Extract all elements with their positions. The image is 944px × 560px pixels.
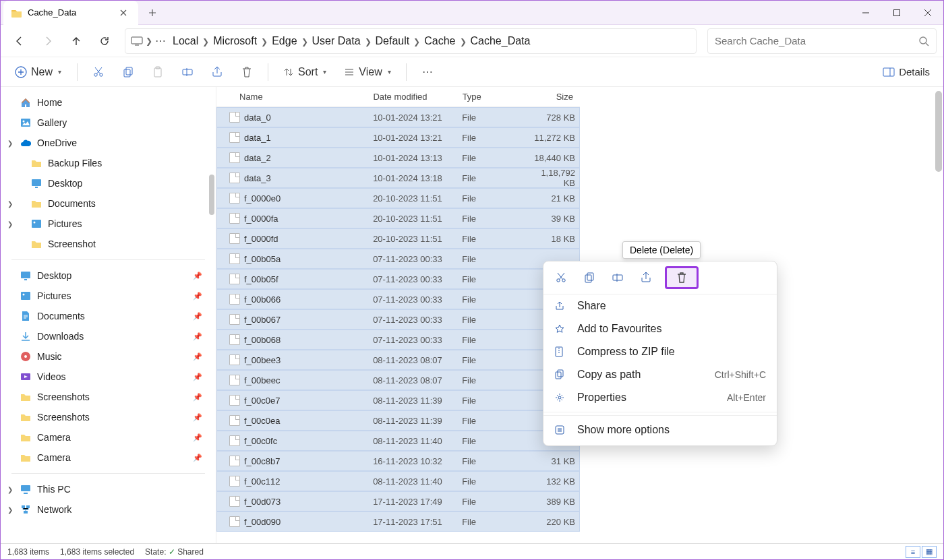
cm-show-more-options[interactable]: Show more options [543,418,777,441]
delete-button[interactable] [235,61,258,84]
breadcrumb-default[interactable]: Default [372,35,414,46]
column-size[interactable]: Size [529,92,580,102]
column-date[interactable]: Date modified [373,92,462,102]
column-headers[interactable]: Name Date modified Type Size [216,87,580,107]
sidebar-scrollbar[interactable] [209,175,214,215]
cm-share[interactable]: Share [543,294,777,317]
cm-compress-to-zip-file[interactable]: Compress to ZIP file [543,340,777,363]
cm-properties[interactable]: PropertiesAlt+Enter [543,386,777,409]
cm-copy-as-path[interactable]: Copy as pathCtrl+Shift+C [543,363,777,386]
sidebar-item-desktop[interactable]: Desktop📌 [1,266,216,286]
file-row[interactable]: f_00b05a07-11-2023 00:33File [216,249,580,269]
file-row[interactable]: f_00d09017-11-2023 17:51File220 KB [216,511,580,532]
file-row[interactable]: f_00c8b716-11-2023 10:32File31 KB [216,451,580,471]
sidebar-item-home[interactable]: Home [1,92,216,113]
new-button[interactable]: New ▾ [9,63,67,82]
file-row[interactable]: f_00b05f07-11-2023 00:33File [216,269,580,289]
sidebar-item-camera[interactable]: Camera📌 [1,447,216,468]
sidebar-item-pictures[interactable]: Pictures📌 [1,286,216,306]
ellipsis-icon[interactable]: ⋯ [155,34,166,47]
view-button[interactable]: View ▾ [338,63,396,81]
forward-button[interactable] [36,29,60,53]
chevron-right-icon[interactable]: ❯ [7,220,13,228]
file-row[interactable]: f_0000fd20-10-2023 11:51File18 KB [216,228,580,249]
cm-copy-button[interactable] [580,268,599,287]
sidebar-item-documents[interactable]: Documents📌 [1,306,216,326]
maximize-button[interactable] [881,1,912,25]
file-row[interactable]: f_00b06807-11-2023 00:33File [216,330,580,350]
content-scrollbar[interactable] [935,91,942,172]
file-row[interactable]: f_00c0fc08-11-2023 11:40File [216,431,580,451]
file-row[interactable]: f_00d07317-11-2023 17:49File389 KB [216,491,580,511]
sidebar-item-this-pc[interactable]: ❯This PC [1,479,216,499]
breadcrumb-edge[interactable]: Edge [268,35,301,46]
cm-rename-button[interactable] [608,268,627,287]
file-row[interactable]: f_00b06707-11-2023 00:33File [216,309,580,330]
cm-share-button[interactable] [637,268,655,287]
chevron-right-icon[interactable]: ❯ [7,200,13,208]
sidebar-item-desktop[interactable]: Desktop [1,173,216,193]
file-list[interactable]: Name Date modified Type Size data_010-01… [216,87,580,545]
cm-delete-button[interactable] [665,266,699,289]
file-row[interactable]: data_010-01-2024 13:21File728 KB [216,107,580,127]
breadcrumb-cache_data[interactable]: Cache_Data [467,35,535,46]
sidebar-item-documents[interactable]: ❯Documents [1,193,216,214]
tab-close-button[interactable] [117,6,130,20]
chevron-right-icon[interactable]: ❯ [7,506,13,514]
breadcrumb-cache[interactable]: Cache [420,35,459,46]
details-view-toggle[interactable]: ≡ [906,546,920,558]
file-row[interactable]: f_0000fa20-10-2023 11:51File39 KB [216,208,580,228]
minimize-button[interactable] [850,1,881,25]
breadcrumb-microsoft[interactable]: Microsoft [209,35,261,46]
file-row[interactable]: f_00bee308-11-2023 08:07File [216,350,580,370]
column-type[interactable]: Type [463,92,529,102]
file-row[interactable]: f_00b06607-11-2023 00:33File [216,289,580,309]
search-input[interactable] [715,35,918,46]
sidebar-item-camera[interactable]: Camera📌 [1,427,216,447]
rename-button[interactable] [176,61,199,84]
sidebar-item-videos[interactable]: Videos📌 [1,367,216,387]
sidebar-item-network[interactable]: ❯Network [1,499,216,520]
cut-button[interactable] [87,61,110,84]
file-row[interactable]: data_310-01-2024 13:18File1,18,792 KB [216,168,580,188]
file-row[interactable]: f_00c0ea08-11-2023 11:39File [216,410,580,431]
search-box[interactable] [707,28,937,54]
file-row[interactable]: f_00c11208-11-2023 11:40File132 KB [216,471,580,491]
chevron-right-icon[interactable]: ❯ [7,486,13,493]
breadcrumb-bar[interactable]: ❯ ⋯ Local❯Microsoft❯Edge❯User Data❯Defau… [125,28,697,54]
file-row[interactable]: data_110-01-2024 13:21File11,272 KB [216,127,580,148]
file-row[interactable]: data_210-01-2024 13:13File18,440 KB [216,148,580,168]
sidebar-item-music[interactable]: Music📌 [1,346,216,367]
cm-add-to-favourites[interactable]: Add to Favourites [543,317,777,340]
cm-cut-button[interactable] [552,268,570,287]
breadcrumb-user-data[interactable]: User Data [308,35,365,46]
file-row[interactable]: f_00beec08-11-2023 08:07File [216,370,580,390]
sidebar-item-screenshots[interactable]: Screenshots📌 [1,407,216,427]
copy-button[interactable] [117,61,140,84]
sidebar-item-downloads[interactable]: Downloads📌 [1,326,216,346]
up-button[interactable] [64,29,88,53]
back-button[interactable] [7,29,32,53]
tab-cache-data[interactable]: Cache_Data [3,1,138,25]
icons-view-toggle[interactable]: ▦ [922,546,937,558]
new-tab-button[interactable] [142,3,163,23]
breadcrumb-local[interactable]: Local [169,35,202,46]
more-button[interactable]: ⋯ [416,61,439,84]
sidebar-item-onedrive[interactable]: ❯OneDrive [1,133,216,153]
share-button[interactable] [206,61,229,84]
file-row[interactable]: f_00c0e708-11-2023 11:39File [216,390,580,410]
chevron-right-icon[interactable]: ❯ [146,36,152,46]
file-row[interactable]: f_0000e020-10-2023 11:51File21 KB [216,188,580,208]
sidebar-item-gallery[interactable]: Gallery [1,113,216,133]
chevron-right-icon[interactable]: ❯ [7,139,13,147]
sidebar-item-pictures[interactable]: ❯Pictures [1,214,216,234]
details-pane-button[interactable]: Details [877,63,935,80]
sidebar-item-screenshot[interactable]: Screenshot [1,234,216,254]
paste-button[interactable] [146,61,169,84]
sidebar-item-screenshots[interactable]: Screenshots📌 [1,387,216,407]
column-name[interactable]: Name [226,92,373,102]
sidebar-item-backup-files[interactable]: Backup Files [1,153,216,173]
sort-button[interactable]: Sort ▾ [278,63,332,81]
close-window-button[interactable] [912,1,943,25]
refresh-button[interactable] [92,29,117,53]
